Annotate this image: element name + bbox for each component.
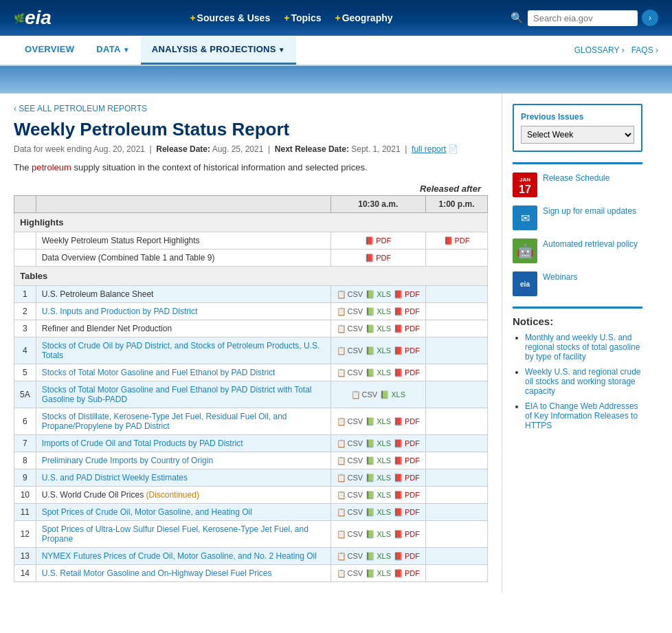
col2-files <box>426 452 488 469</box>
pdf-link[interactable]: 📕 PDF <box>394 324 420 333</box>
csv-link[interactable]: 📋 CSV <box>337 346 363 355</box>
row-label: Spot Prices of Crude Oil, Motor Gasoline… <box>36 504 331 521</box>
nav-sources-uses[interactable]: +Sources & Uses <box>190 12 270 23</box>
xls-link[interactable]: 📗 XLS <box>366 368 391 377</box>
row-label: Imports of Crude Oil and Total Products … <box>36 435 331 452</box>
csv-link[interactable]: 📋 CSV <box>337 368 363 377</box>
pdf-link[interactable]: 📕 PDF <box>394 508 420 517</box>
xls-link[interactable]: 📗 XLS <box>366 552 391 561</box>
notice-link[interactable]: Monthly and weekly U.S. and regional sto… <box>525 333 640 362</box>
released-header: Released after <box>14 184 488 194</box>
xls-link[interactable]: 📗 XLS <box>366 439 391 448</box>
csv-link[interactable]: 📋 CSV <box>337 552 363 561</box>
row-label: U.S. Inputs and Production by PAD Distri… <box>36 303 331 320</box>
row-link[interactable]: Spot Prices of Ultra-Low Sulfur Diesel F… <box>42 524 309 544</box>
csv-link[interactable]: 📋 CSV <box>337 530 363 539</box>
week-select[interactable]: Select Week <box>521 126 634 144</box>
full-report-link[interactable]: full report <box>412 144 446 154</box>
row-link[interactable]: NYMEX Futures Prices of Crude Oil, Motor… <box>42 551 317 561</box>
row-number: 9 <box>14 469 36 487</box>
email-signup-link[interactable]: Sign up for email updates <box>543 206 636 216</box>
csv-link[interactable]: 📋 CSV <box>337 491 363 500</box>
row-link[interactable]: Stocks of Distillate, Kerosene-Type Jet … <box>42 412 287 431</box>
row-link[interactable]: Preliminary Crude Imports by Country of … <box>42 456 213 465</box>
pdf-link[interactable]: 📕 PDF <box>394 474 420 482</box>
nav-geography[interactable]: +Geography <box>335 12 392 23</box>
tab-data[interactable]: DATA▼ <box>85 36 141 65</box>
col1-files: 📋 CSV📗 XLS📕 PDF <box>331 521 425 548</box>
discontinued-badge: (Discontinued) <box>146 490 199 500</box>
release-schedule-item: JAN 17 Release Schedule <box>513 173 642 197</box>
pdf-link[interactable]: 📕 PDF <box>394 346 420 355</box>
xls-link[interactable]: 📗 XLS <box>366 346 391 355</box>
pdf-link[interactable]: 📕 PDF <box>394 439 420 448</box>
pdf-link[interactable]: 📕 PDF <box>394 491 420 500</box>
pdf-icon: 📕 <box>394 508 403 517</box>
csv-link[interactable]: 📋 CSV <box>337 290 363 299</box>
pdf-link[interactable]: 📕 PDF <box>394 417 420 426</box>
faqs-link[interactable]: FAQS › <box>631 45 658 55</box>
notice-link[interactable]: Weekly U.S. and regional crude oil stock… <box>525 367 641 396</box>
row-link[interactable]: U.S. Retail Motor Gasoline and On-Highwa… <box>42 568 272 578</box>
pdf-link[interactable]: 📕 PDF <box>365 236 391 245</box>
xls-link[interactable]: 📗 XLS <box>366 456 391 465</box>
row-number: 3 <box>14 320 36 337</box>
col1-files: 📋 CSV📗 XLS📕 PDF <box>331 435 425 452</box>
row-label: Stocks of Total Motor Gasoline and Fuel … <box>36 364 331 381</box>
xls-link[interactable]: 📗 XLS <box>366 290 391 299</box>
xls-link[interactable]: 📗 XLS <box>366 417 391 426</box>
xls-link[interactable]: 📗 XLS <box>366 324 391 333</box>
xls-link[interactable]: 📗 XLS <box>366 491 391 500</box>
csv-link[interactable]: 📋 CSV <box>337 324 363 333</box>
tab-analysis[interactable]: ANALYSIS & PROJECTIONS▼ <box>141 36 296 65</box>
table-row: 6Stocks of Distillate, Kerosene-Type Jet… <box>14 408 488 435</box>
tab-overview[interactable]: OVERVIEW <box>14 36 85 65</box>
pdf-link[interactable]: 📕 PDF <box>394 290 420 299</box>
csv-link[interactable]: 📋 CSV <box>337 439 363 448</box>
automated-retrieval-link[interactable]: Automated retrieval policy <box>543 239 638 249</box>
pdf-link[interactable]: 📕 PDF <box>394 456 420 465</box>
breadcrumb[interactable]: ‹ SEE ALL PETROLEUM REPORTS <box>14 104 488 113</box>
release-schedule-link[interactable]: Release Schedule <box>543 173 609 183</box>
pdf-link[interactable]: 📕 PDF <box>394 307 420 316</box>
search-button[interactable]: › <box>642 10 658 26</box>
csv-link[interactable]: 📋 CSV <box>337 307 363 316</box>
pdf-link[interactable]: 📕 PDF <box>394 569 420 578</box>
row-link[interactable]: Spot Prices of Crude Oil, Motor Gasoline… <box>42 507 252 517</box>
nav-topics[interactable]: +Topics <box>284 12 321 23</box>
row-link[interactable]: Stocks of Total Motor Gasoline and Fuel … <box>42 385 312 404</box>
pdf-link[interactable]: 📕 PDF <box>394 530 420 539</box>
pdf-link[interactable]: 📕 PDF <box>394 552 420 561</box>
search-input[interactable] <box>528 10 638 26</box>
row-link[interactable]: U.S. Inputs and Production by PAD Distri… <box>42 307 198 316</box>
xls-link[interactable]: 📗 XLS <box>366 530 391 539</box>
pdf-link[interactable]: 📕 PDF <box>365 254 391 263</box>
xls-link[interactable]: 📗 XLS <box>366 508 391 517</box>
xls-icon: 📗 <box>366 491 375 500</box>
pdf-link[interactable]: 📕 PDF <box>394 368 420 377</box>
row-link[interactable]: Stocks of Total Motor Gasoline and Fuel … <box>42 368 276 377</box>
xls-link[interactable]: 📗 XLS <box>366 307 391 316</box>
csv-link[interactable]: 📋 CSV <box>337 456 363 465</box>
row-label: Stocks of Distillate, Kerosene-Type Jet … <box>36 408 331 435</box>
plus-icon: + <box>284 12 289 23</box>
pdf-icon: 📄 <box>448 144 458 154</box>
csv-link[interactable]: 📋 CSV <box>351 390 378 399</box>
xls-link[interactable]: 📗 XLS <box>366 569 391 578</box>
xls-link[interactable]: 📗 XLS <box>366 474 391 482</box>
row-number: 8 <box>14 452 36 469</box>
csv-link[interactable]: 📋 CSV <box>337 508 363 517</box>
csv-link[interactable]: 📋 CSV <box>337 417 363 426</box>
col1-files: 📋 CSV📗 XLS📕 PDF <box>331 303 425 320</box>
webinars-link[interactable]: Webinars <box>543 272 577 282</box>
row-link[interactable]: Imports of Crude Oil and Total Products … <box>42 438 243 448</box>
csv-link[interactable]: 📋 CSV <box>337 474 363 482</box>
row-link[interactable]: Stocks of Crude Oil by PAD District, and… <box>42 341 320 360</box>
glossary-link[interactable]: GLOSSARY › <box>574 45 625 55</box>
csv-link[interactable]: 📋 CSV <box>337 569 363 578</box>
row-link[interactable]: U.S. and PAD District Weekly Estimates <box>42 473 188 482</box>
xls-icon: 📗 <box>380 390 390 399</box>
pdf-link-col2[interactable]: 📕 PDF <box>444 236 470 245</box>
notice-link[interactable]: EIA to Change Web Addresses of Key Infor… <box>525 401 638 430</box>
xls-link[interactable]: 📗 XLS <box>380 390 405 399</box>
